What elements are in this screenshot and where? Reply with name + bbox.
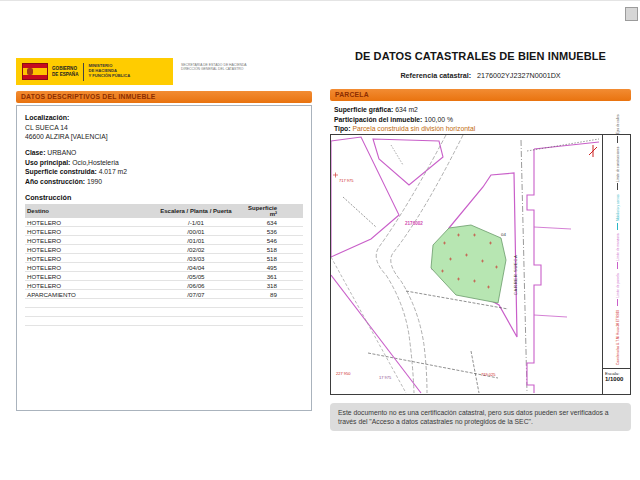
col-escalera-planta-puerta: Escalera / Planta / Puerta [150, 204, 242, 218]
construction-cell: /04/04 [150, 263, 242, 272]
scrollbar-thumb[interactable] [625, 7, 638, 21]
construction-cell [242, 317, 303, 326]
construction-cell: HOTELERO [25, 227, 150, 236]
construction-cell: /03/03 [150, 254, 242, 263]
legend-line-sample [617, 183, 618, 190]
section-header-datos-descriptivos: DATOS DESCRIPTIVOS DEL INMUEBLE [16, 91, 312, 103]
scale-value: 1/1000 [605, 376, 630, 382]
field-label: Participación del inmueble: [334, 116, 422, 123]
attribute-value: 1990 [85, 178, 102, 185]
construction-cell: HOTELERO [25, 272, 150, 281]
legend-item: Límite de construcciones [616, 147, 620, 191]
construction-cell: /05/05 [150, 272, 242, 281]
map-coordinate-label: 17 975 [379, 375, 392, 380]
construction-empty-row [25, 308, 303, 317]
attribute-label: Superficie construida: [25, 168, 97, 175]
construction-cell: /00/01 [150, 227, 242, 236]
construction-row: HOTELERO/02/02518 [25, 245, 303, 254]
map-building-right [527, 149, 541, 393]
construction-row: APARCAMIENTO/07/0789 [25, 290, 303, 299]
legend-item: Coordenadas U.T.M. Huso 30 ETRS89 [616, 310, 620, 365]
parcel-number-label: 2176002 [405, 221, 423, 226]
construction-cell: /-1/01 [150, 218, 242, 227]
construction-empty-row [25, 299, 303, 308]
referencia-catastral: Referencia catastral: 2176002YJ2327N0001… [330, 71, 631, 80]
legend-label: Límite de manzana [616, 234, 620, 261]
parcela-field: Participación del inmueble: 100,00 % [334, 115, 631, 125]
map-coordinate-label: 717 975 [339, 178, 354, 183]
document-title: DE DATOS CATASTRALES DE BIEN INMUEBLE [330, 50, 631, 62]
inmueble-attribute: Clase: URBANO [25, 148, 303, 158]
document-page: GOBIERNO DE ESPAÑA MINISTERIO DE HACIEND… [0, 0, 640, 480]
construccion-title: Construcción [25, 193, 303, 202]
construction-cell: /02/02 [150, 245, 242, 254]
construction-cell: 318 [242, 281, 303, 290]
field-value: Parcela construida sin división horizont… [351, 125, 476, 132]
catastro-department-text: SECRETARÍA DE ESTADO DE HACIENDA DIRECCI… [181, 63, 251, 72]
construction-cell: HOTELERO [25, 281, 150, 290]
construction-cell [25, 308, 150, 317]
street-name-label: CARRER SUECA [513, 255, 518, 295]
inmueble-attribute: Año construcción: 1990 [25, 177, 303, 187]
legend-item: Límite de manzana [616, 234, 620, 270]
field-label: Superficie gráfica: [334, 106, 393, 113]
legend-line-sample [617, 299, 618, 306]
construction-cell: 495 [242, 263, 303, 272]
referencia-value: 2176002YJ2327N0001DX [477, 71, 561, 80]
construction-cell [150, 299, 242, 308]
legend-label: Límite de parcela [616, 273, 620, 297]
legend-label: Ejes de calles [616, 115, 620, 135]
construction-row: HOTELERO/06/06318 [25, 281, 303, 290]
attribute-label: Clase: [25, 149, 45, 156]
logo-gobierno-text: GOBIERNO DE ESPAÑA [52, 66, 78, 76]
map-red-cross-mark [589, 145, 597, 157]
construction-header-row: Destino Escalera / Planta / Puerta Super… [25, 204, 303, 218]
construction-row: HOTELERO/-1/01634 [25, 218, 303, 227]
construction-cell [150, 317, 242, 326]
construction-cell: 536 [242, 227, 303, 236]
section-header-parcela: PARCELA [330, 89, 631, 101]
attribute-label: Uso principal: [25, 159, 70, 166]
construction-row: HOTELERO/05/05361 [25, 272, 303, 281]
construction-row: HOTELERO/00/01536 [25, 227, 303, 236]
field-value: 100,00 % [422, 116, 453, 123]
attribute-value: Ocio,Hosteleria [70, 159, 118, 166]
construction-cell: 89 [242, 290, 303, 299]
field-label: Tipo: [334, 125, 351, 132]
construction-row: HOTELERO/01/01546 [25, 236, 303, 245]
gobierno-espana-logo: GOBIERNO DE ESPAÑA MINISTERIO DE HACIEND… [16, 58, 173, 85]
legend-item: Ejes de calles [616, 115, 620, 143]
cadastral-map[interactable]: 717 975 2176002 04 [330, 134, 631, 395]
inmueble-attribute: Superficie construida: 4.017 m2 [25, 167, 303, 177]
construction-cell [242, 308, 303, 317]
map-block-topmiddle [373, 139, 443, 185]
spain-flag-icon [22, 63, 48, 80]
attribute-value: 4.017 m2 [97, 168, 127, 175]
construction-cell: 634 [242, 218, 303, 227]
inmueble-attribute: Uso principal: Ocio,Hosteleria [25, 158, 303, 168]
building-number-label: 04 [501, 232, 506, 237]
map-coordinate-label: 227 950 [336, 371, 351, 376]
parcela-field: Superficie gráfica: 634 m2 [334, 105, 631, 115]
map-scale: Escala: 1/1000 [602, 368, 630, 394]
map-legend: Coordenadas U.T.M. Huso 30 ETRS89Límite … [605, 153, 630, 365]
construction-cell: APARCAMIENTO [25, 290, 150, 299]
construction-cell: 546 [242, 236, 303, 245]
construction-cell [150, 308, 242, 317]
construction-cell [25, 317, 150, 326]
legend-label: Mobiliario y aceras [616, 194, 620, 221]
legend-label: Límite de construcciones [616, 147, 620, 182]
construction-cell: HOTELERO [25, 254, 150, 263]
parcela-fields: Superficie gráfica: 634 m2Participación … [334, 105, 631, 134]
construction-empty-row [25, 317, 303, 326]
logo-divider [83, 63, 84, 81]
subject-parcel[interactable] [431, 225, 506, 303]
construction-cell: /07/07 [150, 290, 242, 299]
construction-cell: /06/06 [150, 281, 242, 290]
attribute-label: Año construcción: [25, 178, 85, 185]
col-superficie: Superficie m² [242, 204, 303, 218]
coat-of-arms-icon [27, 68, 33, 75]
col-destino: Destino [25, 204, 150, 218]
legend-item: Mobiliario y aceras [616, 194, 620, 229]
construction-row: HOTELERO/03/03518 [25, 254, 303, 263]
